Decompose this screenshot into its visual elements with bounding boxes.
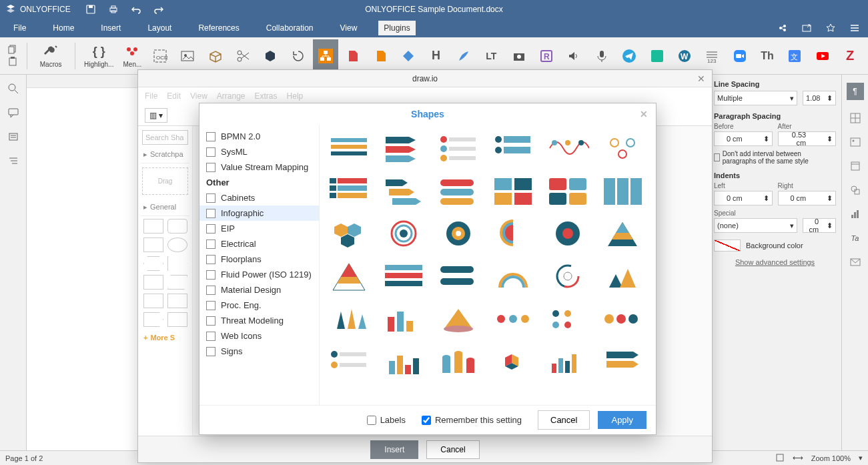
cat-bpmn[interactable]: BPMN 2.0	[199, 129, 319, 144]
scratchpad-section[interactable]: ▸Scratchpa	[141, 146, 189, 163]
cat-webicons[interactable]: Web Icons	[199, 328, 319, 344]
thumb-arc1[interactable]	[490, 260, 536, 293]
cat-vsm[interactable]: Value Stream Mapping	[199, 159, 319, 175]
cat-infographic[interactable]: Infographic	[199, 205, 319, 221]
scratchpad-dropzone[interactable]: Drag	[142, 167, 188, 195]
general-section[interactable]: ▸General	[141, 199, 189, 216]
cat-electrical[interactable]: Electrical	[199, 236, 319, 252]
thumb-ribbons[interactable]	[600, 345, 645, 378]
shape-tri[interactable]	[167, 256, 187, 271]
plugin-camera[interactable]	[506, 39, 531, 73]
cat-fluidpower[interactable]: Fluid Power (ISO 1219)	[199, 267, 319, 282]
thumb-donut1[interactable]	[436, 217, 481, 250]
outline-icon[interactable]	[7, 155, 19, 167]
thumb-semicircles[interactable]	[490, 217, 536, 250]
plugin-feather[interactable]	[451, 39, 476, 73]
paragraph-icon[interactable]: ¶	[847, 83, 864, 100]
share-icon[interactable]	[777, 23, 788, 33]
shape-rect2[interactable]	[143, 238, 163, 252]
more-shapes-button[interactable]: +More S	[141, 330, 189, 346]
shape-icon[interactable]	[849, 184, 861, 196]
headings-icon[interactable]	[7, 131, 19, 143]
search-icon[interactable]	[7, 83, 19, 95]
drawio-menu-arrange[interactable]: Arrange	[217, 91, 246, 101]
thumb-cards3[interactable]	[600, 174, 645, 207]
undo-icon[interactable]	[131, 4, 141, 15]
drawio-menu-extras[interactable]: Extras	[255, 91, 278, 101]
menu-references[interactable]: References	[193, 21, 244, 35]
thumb-pill-arrows[interactable]	[436, 260, 481, 293]
thumb-wave[interactable]	[545, 131, 590, 165]
thumb-cards1[interactable]	[490, 174, 536, 207]
thumb-list1[interactable]	[436, 131, 481, 165]
plugin-hexagon[interactable]	[258, 39, 283, 73]
comments-icon[interactable]	[7, 107, 19, 119]
special-input[interactable]: 0 cm⬍	[803, 218, 836, 233]
thumb-hexcluster[interactable]	[326, 217, 372, 250]
cat-sysml[interactable]: SysML	[199, 144, 319, 159]
menu-home[interactable]: Home	[47, 21, 79, 35]
menu-collaboration[interactable]: Collaboration	[261, 21, 319, 35]
bg-color-swatch[interactable]	[714, 240, 741, 252]
thumb-cylinders[interactable]	[436, 345, 481, 378]
shapes-close-icon[interactable]: ✕	[640, 109, 648, 119]
thumb-arc2[interactable]	[545, 260, 590, 293]
drawio-insert-button[interactable]: Insert	[370, 440, 418, 459]
favorite-icon[interactable]	[825, 23, 836, 33]
image-icon[interactable]	[849, 136, 861, 148]
plugin-speaker[interactable]	[562, 39, 586, 73]
plugin-gtranslate[interactable]: 文	[783, 39, 807, 73]
cat-floorplans[interactable]: Floorplans	[199, 252, 319, 267]
cat-cabinets[interactable]: Cabinets	[199, 190, 319, 205]
plugin-highlight[interactable]: { } Highligh...	[81, 39, 117, 73]
cat-signs[interactable]: Signs	[199, 344, 319, 359]
advanced-settings-link[interactable]: Show advanced settings	[714, 258, 836, 266]
view-dropdown[interactable]: ▥ ▾	[145, 108, 167, 123]
thumb-dots2[interactable]	[545, 302, 590, 336]
plugin-doc[interactable]	[341, 39, 366, 73]
thumb-dots1[interactable]	[490, 302, 536, 336]
thumb-pyramid1[interactable]	[600, 217, 645, 250]
thumb-swirl[interactable]	[600, 131, 645, 165]
drawio-menu-edit[interactable]: Edit	[167, 91, 181, 101]
plugin-photoeditor[interactable]	[175, 39, 199, 73]
labels-checkbox[interactable]: Labels	[367, 415, 406, 425]
plugin-h[interactable]: H	[424, 39, 448, 73]
hamburger-icon[interactable]	[849, 23, 860, 33]
plugin-ocr[interactable]: OCR	[147, 39, 172, 73]
plugin-lt[interactable]: LT	[479, 39, 504, 73]
drawio-cancel-button[interactable]: Cancel	[426, 440, 479, 459]
plugin-telegram[interactable]	[616, 39, 641, 73]
plugin-th[interactable]: Th	[755, 39, 779, 73]
thumb-minibars[interactable]	[545, 345, 590, 378]
plugin-refresh[interactable]	[286, 39, 310, 73]
drawio-menu-help[interactable]: Help	[287, 91, 304, 101]
thumb-numbered[interactable]	[326, 174, 372, 207]
shapes-cancel-button[interactable]: Cancel	[538, 410, 590, 430]
shape-ellipse[interactable]	[167, 238, 187, 252]
cat-material[interactable]: Material Design	[199, 282, 319, 298]
drawio-search-input[interactable]: Search Sha	[142, 130, 188, 145]
chart-icon[interactable]	[849, 208, 861, 220]
textart-icon[interactable]: Ta	[849, 232, 861, 244]
shape-note[interactable]	[167, 294, 187, 308]
plugin-wordpress[interactable]: W	[672, 39, 697, 73]
table-icon[interactable]	[849, 112, 861, 124]
redo-icon[interactable]	[153, 4, 164, 15]
after-input[interactable]: 0.53 cm⬍	[778, 131, 837, 146]
thumb-pills[interactable]	[436, 174, 481, 207]
menu-file[interactable]: File	[8, 21, 31, 35]
save-icon[interactable]	[85, 4, 96, 15]
shape-roundrect[interactable]	[167, 219, 187, 234]
thumb-circles1[interactable]	[381, 217, 426, 250]
thumb-kpis[interactable]	[326, 345, 372, 378]
plugin-zotero[interactable]: Z	[837, 39, 862, 73]
drawio-menu-view[interactable]: View	[190, 91, 207, 101]
plugin-youtube[interactable]	[810, 39, 835, 73]
print-icon[interactable]	[108, 4, 119, 15]
plugin-drawio[interactable]	[313, 39, 338, 73]
indent-right-input[interactable]: 0 cm⬍	[778, 191, 837, 205]
plugin-thesaurus[interactable]	[203, 39, 228, 73]
no-interval-check[interactable]: Don't add interval between paragraphs of…	[714, 150, 836, 165]
drawio-menu-file[interactable]: File	[145, 91, 157, 101]
